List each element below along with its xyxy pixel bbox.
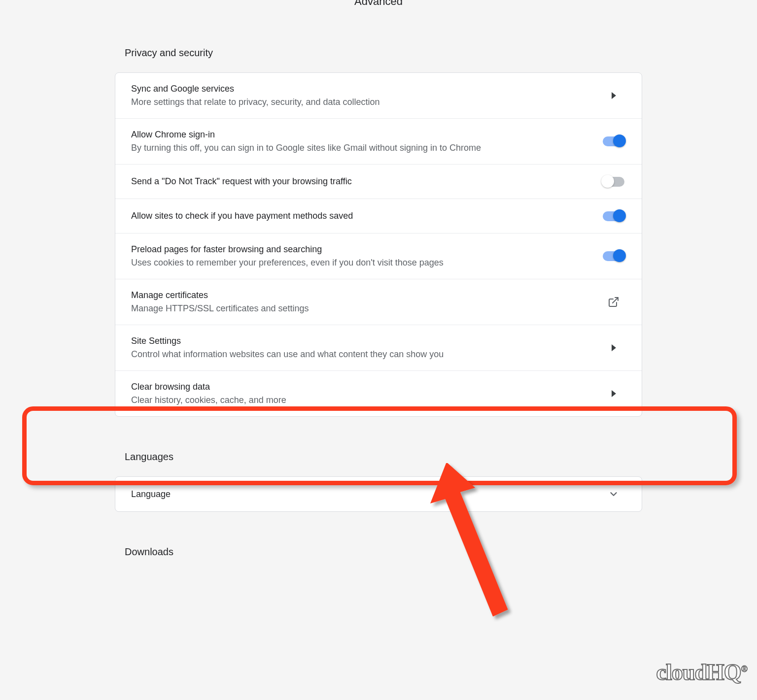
- row-title: Preload pages for faster browsing and se…: [131, 244, 591, 255]
- watermark: cloudHQ®: [656, 659, 747, 685]
- toggle-payment-methods[interactable]: [603, 211, 624, 221]
- row-manage-certificates[interactable]: Manage certificates Manage HTTPS/SSL cer…: [115, 279, 642, 325]
- svg-line-0: [613, 298, 618, 303]
- toggle-preload[interactable]: [603, 251, 624, 261]
- row-title: Send a "Do Not Track" request with your …: [131, 176, 591, 187]
- row-allow-chrome-signin: Allow Chrome sign-in By turning this off…: [115, 119, 642, 165]
- row-clear-browsing-data[interactable]: Clear browsing data Clear history, cooki…: [115, 371, 642, 416]
- caret-right-icon: [601, 390, 626, 397]
- row-title: Allow Chrome sign-in: [131, 130, 591, 140]
- row-site-settings[interactable]: Site Settings Control what information w…: [115, 325, 642, 371]
- row-do-not-track: Send a "Do Not Track" request with your …: [115, 165, 642, 199]
- toggle-do-not-track[interactable]: [603, 177, 624, 187]
- row-sub: Control what information websites can us…: [131, 349, 591, 360]
- row-sync-google-services[interactable]: Sync and Google services More settings t…: [115, 73, 642, 119]
- languages-card: Language: [115, 476, 642, 512]
- privacy-card: Sync and Google services More settings t…: [115, 72, 642, 417]
- row-title: Manage certificates: [131, 290, 591, 300]
- row-sub: More settings that relate to privacy, se…: [131, 97, 591, 107]
- row-sub: Manage HTTPS/SSL certificates and settin…: [131, 303, 591, 314]
- row-sub: Uses cookies to remember your preference…: [131, 258, 591, 268]
- toggle-allow-signin[interactable]: [603, 136, 624, 146]
- row-preload-pages: Preload pages for faster browsing and se…: [115, 233, 642, 279]
- caret-right-icon: [601, 344, 626, 351]
- section-title-languages: Languages: [125, 451, 642, 463]
- row-title: Language: [131, 489, 591, 500]
- advanced-label: Advanced: [354, 0, 403, 8]
- advanced-header[interactable]: Advanced: [115, 0, 642, 28]
- row-title: Sync and Google services: [131, 84, 591, 94]
- section-title-downloads: Downloads: [125, 546, 642, 558]
- external-link-icon: [601, 296, 626, 308]
- chevron-down-icon: [601, 489, 626, 500]
- caret-right-icon: [601, 92, 626, 99]
- row-sub: Clear history, cookies, cache, and more: [131, 395, 591, 405]
- row-sub: By turning this off, you can sign in to …: [131, 143, 591, 153]
- row-language[interactable]: Language: [115, 477, 642, 511]
- row-title: Allow sites to check if you have payment…: [131, 211, 591, 221]
- row-payment-methods: Allow sites to check if you have payment…: [115, 199, 642, 233]
- row-title: Clear browsing data: [131, 382, 591, 392]
- row-title: Site Settings: [131, 336, 591, 346]
- section-title-privacy: Privacy and security: [125, 47, 642, 59]
